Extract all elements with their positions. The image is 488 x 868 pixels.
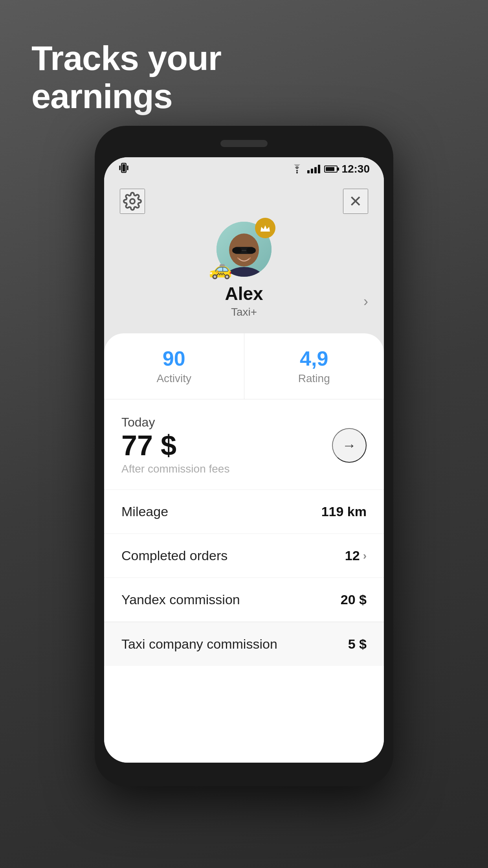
today-amount: 77 $ [121,431,229,460]
screen-content: 12:30 ✕ [104,157,384,763]
today-info: Today 77 $ After commission fees [121,415,229,475]
app-header: ✕ [104,181,384,333]
svg-rect-11 [246,248,256,253]
avatar-container: 🚕 [216,222,272,277]
headline-line1: Tracks your [31,39,221,77]
mileage-value: 119 km [321,504,367,519]
settings-button[interactable] [120,189,145,214]
crown-badge [255,218,275,238]
profile-section: 🚕 Alex Taxi+ › [120,222,368,322]
phone-speaker [220,140,268,147]
rating-stat: 4,9 Rating [244,333,384,399]
arrow-icon: → [342,437,356,454]
today-label: Today [121,415,229,430]
taxi-car-icon: 🚕 [209,258,232,280]
status-bar: 12:30 [104,157,384,181]
completed-orders-label: Completed orders [121,548,227,563]
taxi-commission-value: 5 $ [348,636,367,652]
yandex-commission-label: Yandex commission [121,592,240,607]
taxi-commission-label: Taxi company commission [121,636,277,652]
rating-value: 4,9 [300,348,328,370]
svg-rect-1 [123,164,125,171]
vibrate-icon [118,162,129,176]
svg-rect-2 [119,166,121,170]
completed-orders-row[interactable]: Completed orders 12 › [104,534,384,578]
today-arrow-button[interactable]: → [332,428,367,463]
yandex-commission-row: Yandex commission 20 $ [104,578,384,622]
crown-icon [260,224,271,232]
svg-point-4 [296,172,298,173]
close-button[interactable]: ✕ [343,189,368,214]
status-time: 12:30 [341,163,370,175]
taxi-commission-row: Taxi company commission 5 $ [104,622,384,666]
user-tier: Taxi+ [231,306,257,318]
phone-frame: 12:30 ✕ [95,126,393,786]
activity-label: Activity [156,372,191,385]
today-subtitle: After commission fees [121,463,229,475]
today-section: Today 77 $ After commission fees → [104,399,384,490]
mileage-row: Mileage 119 km [104,490,384,534]
gear-icon [123,192,142,211]
rating-label: Rating [298,372,330,385]
user-name: Alex [225,283,263,304]
profile-chevron-icon[interactable]: › [363,293,368,310]
activity-value: 90 [163,348,185,370]
card-panel: 90 Activity 4,9 Rating Today 77 $ After … [104,333,384,763]
battery-icon [324,166,338,173]
completed-orders-value: 12 › [345,548,367,563]
stats-row: 90 Activity 4,9 Rating [104,333,384,399]
completed-orders-chevron-icon: › [363,550,367,562]
mileage-label: Mileage [121,504,168,519]
svg-rect-3 [127,166,128,170]
status-left [118,162,129,176]
phone-screen: 12:30 ✕ [104,157,384,763]
activity-stat: 90 Activity [104,333,244,399]
yandex-commission-value: 20 $ [341,592,367,607]
header-icons: ✕ [120,189,368,214]
svg-point-5 [130,199,135,204]
status-right: 12:30 [291,163,370,175]
signal-icon [307,165,320,173]
stats-list: Mileage 119 km Completed orders 12 › Yan… [104,490,384,622]
headline-line2: earnings [31,77,221,116]
headline: Tracks your earnings [31,39,221,116]
svg-rect-10 [232,248,242,253]
wifi-icon [291,164,303,174]
